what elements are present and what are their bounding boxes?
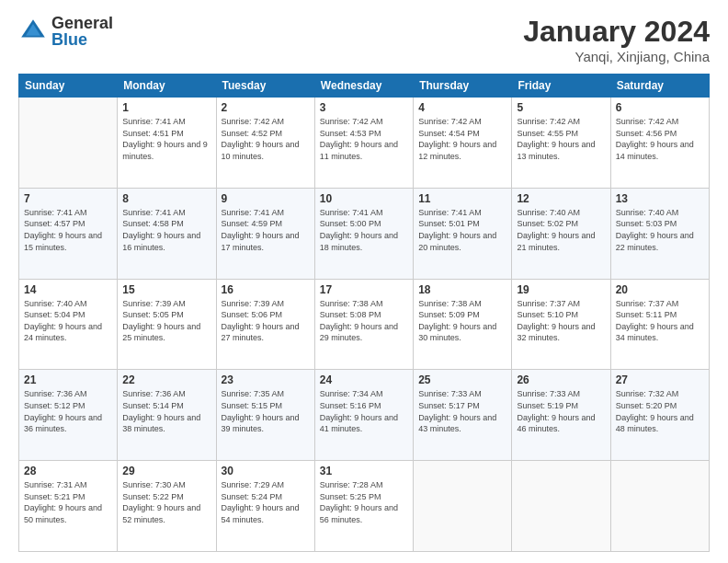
table-row: [610, 461, 709, 552]
table-row: 17 Sunrise: 7:38 AMSunset: 5:08 PMDaylig…: [314, 279, 413, 370]
day-info: Sunrise: 7:42 AMSunset: 4:53 PMDaylight:…: [320, 116, 408, 162]
day-info: Sunrise: 7:42 AMSunset: 4:52 PMDaylight:…: [222, 116, 310, 162]
table-row: 29 Sunrise: 7:30 AMSunset: 5:22 PMDaylig…: [118, 461, 216, 552]
table-row: 6 Sunrise: 7:42 AMSunset: 4:56 PMDayligh…: [610, 98, 709, 189]
day-number: 19: [517, 283, 605, 296]
day-number: 31: [320, 465, 408, 477]
day-info: Sunrise: 7:33 AMSunset: 5:19 PMDaylight:…: [517, 388, 605, 434]
day-info: Sunrise: 7:36 AMSunset: 5:12 PMDaylight:…: [24, 388, 112, 434]
col-saturday: Saturday: [610, 75, 709, 98]
table-row: 1 Sunrise: 7:41 AMSunset: 4:51 PMDayligh…: [118, 98, 216, 189]
table-row: 27 Sunrise: 7:32 AMSunset: 5:20 PMDaylig…: [610, 370, 709, 461]
table-row: [512, 461, 610, 552]
table-row: 5 Sunrise: 7:42 AMSunset: 4:55 PMDayligh…: [512, 98, 610, 189]
table-row: 21 Sunrise: 7:36 AMSunset: 5:12 PMDaylig…: [19, 370, 118, 461]
table-row: 15 Sunrise: 7:39 AMSunset: 5:05 PMDaylig…: [118, 279, 216, 370]
day-info: Sunrise: 7:42 AMSunset: 4:55 PMDaylight:…: [517, 116, 605, 162]
day-number: 5: [517, 101, 605, 114]
day-info: Sunrise: 7:37 AMSunset: 5:11 PMDaylight:…: [616, 298, 704, 344]
day-number: 9: [222, 192, 310, 205]
day-number: 14: [24, 283, 112, 296]
location-title: Yanqi, Xinjiang, China: [523, 49, 710, 64]
day-info: Sunrise: 7:40 AMSunset: 5:03 PMDaylight:…: [616, 207, 704, 253]
logo-icon: [18, 17, 48, 46]
day-info: Sunrise: 7:41 AMSunset: 4:57 PMDaylight:…: [24, 207, 112, 253]
table-row: 3 Sunrise: 7:42 AMSunset: 4:53 PMDayligh…: [314, 98, 413, 189]
table-row: 4 Sunrise: 7:42 AMSunset: 4:54 PMDayligh…: [414, 98, 512, 189]
table-row: 12 Sunrise: 7:40 AMSunset: 5:02 PMDaylig…: [512, 188, 610, 279]
day-info: Sunrise: 7:38 AMSunset: 5:09 PMDaylight:…: [418, 298, 506, 344]
table-row: [19, 98, 118, 189]
day-info: Sunrise: 7:34 AMSunset: 5:16 PMDaylight:…: [320, 388, 408, 434]
day-number: 15: [122, 283, 210, 296]
day-number: 16: [222, 283, 310, 296]
day-number: 24: [320, 373, 408, 386]
day-info: Sunrise: 7:30 AMSunset: 5:22 PMDaylight:…: [122, 479, 210, 525]
day-number: 23: [222, 373, 310, 386]
table-row: [414, 461, 512, 552]
day-info: Sunrise: 7:41 AMSunset: 5:00 PMDaylight:…: [320, 207, 408, 253]
day-info: Sunrise: 7:39 AMSunset: 5:06 PMDaylight:…: [222, 298, 310, 344]
day-number: 21: [24, 373, 112, 386]
day-number: 3: [320, 101, 408, 114]
table-row: 13 Sunrise: 7:40 AMSunset: 5:03 PMDaylig…: [610, 188, 709, 279]
day-number: 6: [616, 101, 704, 114]
calendar-week-1: 7 Sunrise: 7:41 AMSunset: 4:57 PMDayligh…: [19, 188, 710, 279]
day-info: Sunrise: 7:41 AMSunset: 4:58 PMDaylight:…: [122, 207, 210, 253]
day-info: Sunrise: 7:33 AMSunset: 5:17 PMDaylight:…: [418, 388, 506, 434]
day-number: 17: [320, 283, 408, 296]
day-info: Sunrise: 7:40 AMSunset: 5:02 PMDaylight:…: [517, 207, 605, 253]
day-number: 8: [122, 192, 210, 205]
calendar-table: Sunday Monday Tuesday Wednesday Thursday…: [18, 74, 710, 552]
day-number: 27: [616, 373, 704, 386]
day-number: 22: [122, 373, 210, 386]
table-row: 10 Sunrise: 7:41 AMSunset: 5:00 PMDaylig…: [314, 188, 413, 279]
calendar-week-4: 28 Sunrise: 7:31 AMSunset: 5:21 PMDaylig…: [19, 461, 710, 552]
table-row: 9 Sunrise: 7:41 AMSunset: 4:59 PMDayligh…: [216, 188, 314, 279]
calendar-week-3: 21 Sunrise: 7:36 AMSunset: 5:12 PMDaylig…: [19, 370, 710, 461]
table-row: 8 Sunrise: 7:41 AMSunset: 4:58 PMDayligh…: [118, 188, 216, 279]
col-friday: Friday: [512, 75, 610, 98]
page: General Blue January 2024 Yanqi, Xinjian…: [0, 0, 728, 563]
table-row: 11 Sunrise: 7:41 AMSunset: 5:01 PMDaylig…: [414, 188, 512, 279]
table-row: 30 Sunrise: 7:29 AMSunset: 5:24 PMDaylig…: [216, 461, 314, 552]
day-info: Sunrise: 7:29 AMSunset: 5:24 PMDaylight:…: [222, 479, 310, 525]
day-number: 12: [517, 192, 605, 205]
day-info: Sunrise: 7:38 AMSunset: 5:08 PMDaylight:…: [320, 298, 408, 344]
table-row: 19 Sunrise: 7:37 AMSunset: 5:10 PMDaylig…: [512, 279, 610, 370]
table-row: 16 Sunrise: 7:39 AMSunset: 5:06 PMDaylig…: [216, 279, 314, 370]
day-info: Sunrise: 7:39 AMSunset: 5:05 PMDaylight:…: [122, 298, 210, 344]
table-row: 23 Sunrise: 7:35 AMSunset: 5:15 PMDaylig…: [216, 370, 314, 461]
title-block: January 2024 Yanqi, Xinjiang, China: [523, 15, 710, 64]
table-row: 25 Sunrise: 7:33 AMSunset: 5:17 PMDaylig…: [414, 370, 512, 461]
day-info: Sunrise: 7:42 AMSunset: 4:54 PMDaylight:…: [418, 116, 506, 162]
day-number: 2: [222, 101, 310, 114]
table-row: 18 Sunrise: 7:38 AMSunset: 5:09 PMDaylig…: [414, 279, 512, 370]
logo: General Blue: [18, 15, 113, 48]
table-row: 14 Sunrise: 7:40 AMSunset: 5:04 PMDaylig…: [19, 279, 118, 370]
table-row: 2 Sunrise: 7:42 AMSunset: 4:52 PMDayligh…: [216, 98, 314, 189]
calendar-week-2: 14 Sunrise: 7:40 AMSunset: 5:04 PMDaylig…: [19, 279, 710, 370]
header: General Blue January 2024 Yanqi, Xinjian…: [18, 15, 710, 64]
logo-text: General Blue: [51, 15, 113, 48]
day-number: 18: [418, 283, 506, 296]
logo-general: General: [51, 15, 113, 31]
col-monday: Monday: [118, 75, 216, 98]
day-number: 20: [616, 283, 704, 296]
day-number: 26: [517, 373, 605, 386]
calendar-week-0: 1 Sunrise: 7:41 AMSunset: 4:51 PMDayligh…: [19, 98, 710, 189]
day-info: Sunrise: 7:32 AMSunset: 5:20 PMDaylight:…: [616, 388, 704, 434]
table-row: 22 Sunrise: 7:36 AMSunset: 5:14 PMDaylig…: [118, 370, 216, 461]
day-info: Sunrise: 7:40 AMSunset: 5:04 PMDaylight:…: [24, 298, 112, 344]
day-number: 25: [418, 373, 506, 386]
col-sunday: Sunday: [19, 75, 118, 98]
day-info: Sunrise: 7:28 AMSunset: 5:25 PMDaylight:…: [320, 479, 408, 525]
col-thursday: Thursday: [414, 75, 512, 98]
table-row: 24 Sunrise: 7:34 AMSunset: 5:16 PMDaylig…: [314, 370, 413, 461]
day-info: Sunrise: 7:41 AMSunset: 4:59 PMDaylight:…: [222, 207, 310, 253]
table-row: 7 Sunrise: 7:41 AMSunset: 4:57 PMDayligh…: [19, 188, 118, 279]
day-info: Sunrise: 7:41 AMSunset: 4:51 PMDaylight:…: [122, 116, 210, 162]
col-tuesday: Tuesday: [216, 75, 314, 98]
col-wednesday: Wednesday: [314, 75, 413, 98]
day-number: 28: [24, 465, 112, 477]
